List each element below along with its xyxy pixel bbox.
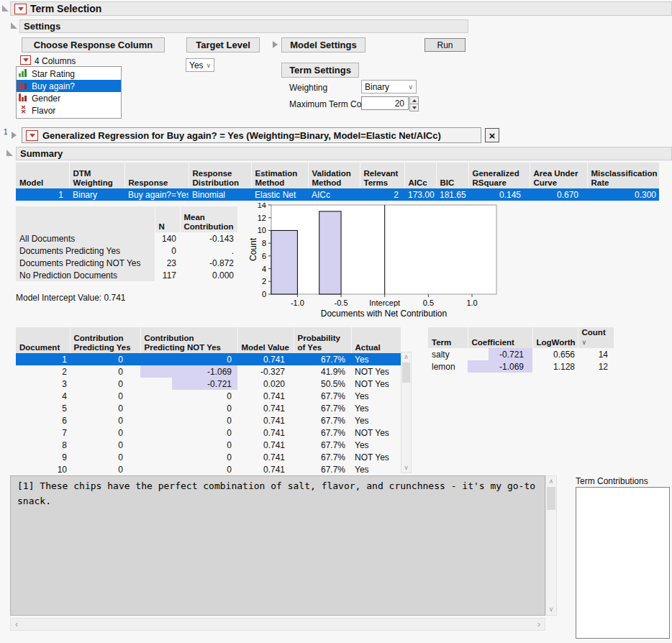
cell: Buy again?=Yes	[124, 188, 189, 201]
disclosure-closed-icon[interactable]	[12, 132, 17, 139]
red-triangle-menu-icon[interactable]	[14, 4, 27, 14]
cell: Yes	[351, 353, 401, 365]
cell: 181.65	[436, 188, 468, 201]
cell: 3	[16, 378, 70, 390]
cell: 6	[16, 414, 70, 427]
column-list-item[interactable]: Flavor	[17, 104, 121, 117]
up-arrow-icon	[412, 99, 417, 102]
document-row[interactable]: 4 0 0 0.741 67.7% Yes	[16, 390, 401, 402]
cell: 67.7%	[294, 427, 351, 439]
stepper-down-button[interactable]	[409, 104, 419, 111]
cell: -0.143	[180, 232, 237, 245]
settings-title: Settings	[24, 21, 60, 32]
max-term-count-input[interactable]: 20	[361, 96, 409, 110]
document-row[interactable]: 6 0 0 0.741 67.7% Yes	[16, 414, 401, 427]
cell: Yes	[351, 439, 401, 451]
red-nominal-icon	[19, 105, 28, 116]
cell: 2	[360, 188, 404, 201]
stepper-up-button[interactable]	[409, 96, 419, 104]
summary-outline-bar[interactable]: Summary	[16, 147, 672, 160]
scroll-right-icon[interactable]: ›	[537, 619, 540, 630]
red-triangle	[23, 58, 29, 62]
col-header: Contribution Predicting NOT Yes	[140, 327, 237, 353]
cell: 0.145	[468, 188, 530, 201]
red-triangle-menu-icon[interactable]	[20, 55, 31, 65]
settings-outline-bar[interactable]: Settings	[19, 19, 468, 33]
jmp-report-window: Term Selection Settings Choose Response …	[0, 0, 672, 643]
document-row[interactable]: 10 0 0 0.741 67.7% Yes	[16, 463, 401, 475]
term-row[interactable]: salty -0.721 0.656 14	[428, 348, 614, 360]
choose-response-column-label: Choose Response Column	[34, 40, 153, 50]
disclosure-open-icon[interactable]	[6, 150, 13, 156]
cell: Binary	[69, 188, 124, 201]
term-row[interactable]: lemon -1.069 1.128 12	[428, 360, 614, 373]
cell: 67.7%	[294, 451, 351, 463]
document-table-scrollbar[interactable]: ∧ ∨	[401, 352, 412, 473]
col-header: Response	[124, 163, 189, 188]
target-level-select[interactable]: Yes ∨	[186, 58, 214, 72]
chevron-down-icon: ∨	[206, 62, 211, 69]
document-row[interactable]: 9 0 0 0.741 67.7% NOT Yes	[16, 451, 401, 463]
cell: 0	[140, 451, 237, 463]
column-list-item[interactable]: Star Rating	[17, 68, 121, 80]
net-contribution-histogram[interactable]: 02468101214-1.0-0.5Intercept0.51.0Docume…	[248, 203, 500, 322]
scrollbar-thumb[interactable]	[547, 487, 555, 510]
table-row: No Prediction Documents 117 0.000	[16, 269, 237, 281]
cell: 0	[140, 463, 237, 475]
document-viewer-hscrollbar[interactable]: ‹ ›	[10, 618, 545, 631]
cell: Yes	[351, 414, 401, 427]
contribution-header-row: N Mean Contribution	[16, 206, 237, 232]
cell: 12	[578, 360, 614, 373]
cell: Yes	[351, 402, 401, 414]
disclosure-closed-icon[interactable]	[273, 41, 278, 48]
red-bars-icon	[19, 93, 28, 104]
scroll-up-icon[interactable]: ∧	[401, 352, 411, 362]
col-header-sortable[interactable]: Count ∨	[578, 327, 614, 348]
document-row[interactable]: 3 0 -0.721 0.020 50.5% NOT Yes	[16, 378, 401, 390]
column-list-item[interactable]: Buy again?	[17, 80, 121, 92]
run-button[interactable]: Run	[424, 38, 466, 52]
summary-row[interactable]: 1 Binary Buy again?=Yes Binomial Elastic…	[16, 188, 659, 201]
disclosure-open-icon[interactable]	[11, 22, 17, 29]
scroll-down-icon[interactable]: ∨	[546, 605, 556, 614]
close-button[interactable]: ×	[485, 128, 499, 142]
cell: 23	[155, 257, 180, 269]
scroll-up-icon[interactable]: ∧	[546, 477, 556, 486]
term-selection-outline-bar[interactable]: Term Selection	[10, 1, 672, 16]
red-triangle	[18, 7, 24, 11]
column-list-item[interactable]: Gender	[17, 92, 121, 104]
scroll-down-icon[interactable]: ∨	[401, 463, 411, 473]
cell: -0.721	[468, 348, 532, 360]
cell: 0	[70, 427, 140, 439]
scrollbar-thumb[interactable]	[402, 362, 410, 383]
weighting-label: Weighting	[289, 83, 327, 93]
scroll-left-icon[interactable]: ‹	[15, 619, 18, 630]
svg-text:2: 2	[262, 277, 266, 286]
row-label: No Prediction Documents	[16, 269, 155, 281]
sort-indicator-icon[interactable]: ∨	[582, 339, 587, 346]
cell: Binomial	[189, 188, 251, 201]
summary-table: Model DTM Weighting Response Response Di…	[16, 163, 659, 201]
regression-title: Generalized Regression for Buy again? = …	[42, 130, 441, 141]
document-viewer-vscrollbar[interactable]: ∧ ∨	[545, 475, 557, 616]
weighting-select[interactable]: Binary ∨	[361, 80, 417, 94]
document-row[interactable]: 5 0 0 0.741 67.7% Yes	[16, 402, 401, 414]
cell: NOT Yes	[351, 427, 401, 439]
table-row: Documents Predicting Yes 0 .	[16, 245, 237, 257]
cell: 0	[140, 414, 237, 427]
disclosure-open-icon[interactable]	[2, 5, 9, 12]
col-header: Probability of Yes	[294, 327, 351, 353]
table-row: All Documents 140 -0.143	[16, 232, 237, 245]
document-row[interactable]: 1 0 0 0.741 67.7% Yes	[16, 353, 401, 365]
col-header: Contribution Predicting Yes	[70, 327, 140, 353]
chevron-down-icon: ∨	[408, 83, 413, 91]
document-row[interactable]: 2 0 -1.069 -0.327 41.9% NOT Yes	[16, 365, 401, 378]
term-settings-label: Term Settings	[289, 65, 351, 76]
document-row[interactable]: 8 0 0 0.741 67.7% Yes	[16, 439, 401, 451]
red-triangle-menu-icon[interactable]	[26, 130, 38, 141]
cell: 173.00	[404, 188, 436, 201]
document-text-viewer[interactable]: [1] These chips have the perfect combina…	[10, 475, 545, 616]
document-row[interactable]: 7 0 0 0.741 67.7% NOT Yes	[16, 427, 401, 439]
cell: 1	[16, 188, 69, 201]
col-header: Model Value	[237, 327, 294, 353]
